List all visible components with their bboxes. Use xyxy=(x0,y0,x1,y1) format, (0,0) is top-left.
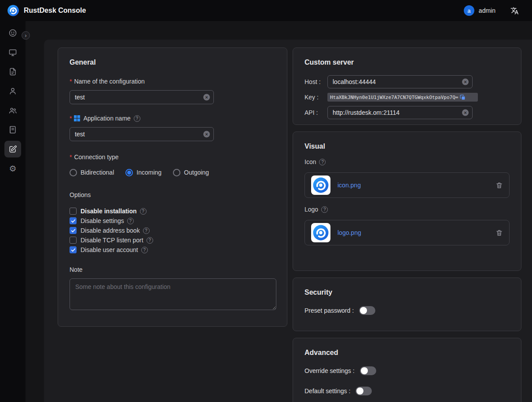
required-marker: * xyxy=(70,115,72,122)
clear-icon[interactable]: × xyxy=(203,131,210,138)
checkbox-icon xyxy=(70,237,77,244)
logo-file-link[interactable]: logo.png xyxy=(338,229,361,236)
app-title: RustDesk Console xyxy=(24,7,86,15)
icon-label-row: Icon ? xyxy=(305,157,510,166)
name-config-label: * Name of the configuration xyxy=(70,77,275,86)
trash-icon[interactable] xyxy=(495,229,503,237)
custom-server-card: Custom server Host : × Key : HtaXBkJNHyn… xyxy=(293,48,521,125)
connection-type-radio-group: Bidirectional Incoming Outgoing xyxy=(70,168,275,177)
note-label: Note xyxy=(70,265,275,274)
edit-icon xyxy=(8,145,17,153)
sidebar-item-audit[interactable] xyxy=(4,63,21,80)
help-icon[interactable]: ? xyxy=(321,206,328,213)
sidebar-item-settings[interactable]: ⚙ xyxy=(4,160,21,177)
user-name[interactable]: admin xyxy=(479,7,495,14)
checkbox-disable-tcp-listen-port[interactable]: Disable TCP listen port ? xyxy=(70,235,275,245)
connection-type-label: * Connection type xyxy=(70,153,275,161)
radio-incoming[interactable]: Incoming xyxy=(125,169,161,176)
help-icon[interactable]: ? xyxy=(140,208,147,215)
sidebar-item-groups[interactable] xyxy=(4,102,21,119)
help-icon[interactable]: ? xyxy=(143,227,150,234)
top-bar: RustDesk Console a admin xyxy=(0,0,532,21)
sidebar-item-status[interactable] xyxy=(4,25,21,41)
help-icon[interactable]: ? xyxy=(127,218,134,224)
api-label: API : xyxy=(305,109,327,116)
visual-title: Visual xyxy=(305,143,510,150)
user-avatar[interactable]: a xyxy=(464,5,474,16)
application-name-label: * Application name ? xyxy=(70,114,275,123)
smiley-icon xyxy=(8,29,17,37)
devices-icon xyxy=(8,48,17,57)
sidebar-item-user[interactable] xyxy=(4,83,21,99)
logbook-icon xyxy=(8,125,17,134)
advanced-card: Advanced Override settings : Default set… xyxy=(293,338,521,402)
help-icon[interactable]: ? xyxy=(141,247,148,253)
help-icon[interactable]: ? xyxy=(134,115,140,122)
windows-logo-icon xyxy=(74,115,80,121)
visual-card: Visual Icon ? icon xyxy=(293,132,521,271)
sidebar: ⚙ xyxy=(0,21,26,402)
logo-file-box: logo.png xyxy=(305,220,510,245)
security-card: Security Preset password : xyxy=(293,278,521,331)
checkbox-icon xyxy=(70,208,77,215)
icon-thumbnail xyxy=(311,175,330,195)
override-settings-toggle[interactable] xyxy=(360,366,376,375)
trash-icon[interactable] xyxy=(495,182,503,189)
security-title: Security xyxy=(305,289,510,296)
checkbox-checked-icon xyxy=(70,217,77,224)
custom-server-title: Custom server xyxy=(305,58,510,66)
host-row: Host : × xyxy=(305,75,510,88)
right-column: Custom server Host : × Key : HtaXBkJNHyn… xyxy=(293,48,521,402)
default-settings-label: Default settings : xyxy=(305,387,350,395)
checkbox-disable-settings[interactable]: Disable settings ? xyxy=(70,216,275,226)
sidebar-item-address-books[interactable] xyxy=(4,121,21,138)
help-icon[interactable]: ? xyxy=(147,237,153,244)
copy-icon[interactable] xyxy=(460,95,466,100)
host-input[interactable] xyxy=(327,75,473,88)
logo-thumbnail xyxy=(311,223,330,242)
clear-icon[interactable]: × xyxy=(462,79,469,85)
checkbox-disable-installation[interactable]: Disable installation ? xyxy=(70,206,275,216)
checkbox-disable-user-account[interactable]: Disable user account ? xyxy=(70,245,275,255)
checkbox-disable-address-book[interactable]: Disable address book ? xyxy=(70,226,275,235)
rustdesk-logo-icon xyxy=(7,4,19,17)
required-marker: * xyxy=(70,153,72,161)
general-title: General xyxy=(70,58,275,66)
help-icon[interactable]: ? xyxy=(319,159,326,165)
icon-file-box: icon.png xyxy=(305,172,510,198)
translate-icon[interactable] xyxy=(510,7,519,15)
preset-password-label: Preset password : xyxy=(305,307,354,314)
default-settings-toggle[interactable] xyxy=(356,387,372,395)
config-name-input[interactable] xyxy=(70,90,214,104)
api-row: API : × xyxy=(305,106,510,119)
default-settings-row: Default settings : xyxy=(305,386,510,396)
clear-icon[interactable]: × xyxy=(462,110,469,116)
server-key-value: HtaXBkJNHyn0e1U1jWXze7A7CN7QTGWqxkOtpaVp… xyxy=(327,93,478,102)
icon-file-link[interactable]: icon.png xyxy=(338,182,361,189)
preset-password-row: Preset password : xyxy=(305,305,510,316)
api-input[interactable] xyxy=(327,106,473,119)
chevron-right-icon: › xyxy=(25,33,27,38)
radio-icon xyxy=(70,169,77,176)
clear-icon[interactable]: × xyxy=(203,94,210,101)
general-card: General * Name of the configuration × * xyxy=(58,48,287,327)
checkbox-checked-icon xyxy=(70,246,77,253)
radio-bidirectional[interactable]: Bidirectional xyxy=(70,169,114,176)
document-icon xyxy=(8,67,17,76)
user-icon xyxy=(8,87,17,95)
radio-outgoing[interactable]: Outgoing xyxy=(173,169,209,176)
application-name-input[interactable] xyxy=(70,127,214,141)
key-label: Key : xyxy=(305,94,327,101)
override-settings-row: Override settings : xyxy=(305,365,510,376)
note-textarea[interactable] xyxy=(70,278,276,310)
sidebar-item-custom-clients[interactable] xyxy=(4,141,21,157)
host-label: Host : xyxy=(305,78,327,85)
sidebar-collapse-button[interactable]: › xyxy=(22,31,30,40)
radio-selected-icon xyxy=(125,169,133,176)
preset-password-toggle[interactable] xyxy=(359,306,375,315)
content-outer: General * Name of the configuration × * xyxy=(26,21,532,402)
sidebar-item-devices[interactable] xyxy=(4,44,21,61)
logo-label-row: Logo ? xyxy=(305,205,510,214)
gear-icon: ⚙ xyxy=(9,164,16,173)
required-marker: * xyxy=(70,78,72,85)
